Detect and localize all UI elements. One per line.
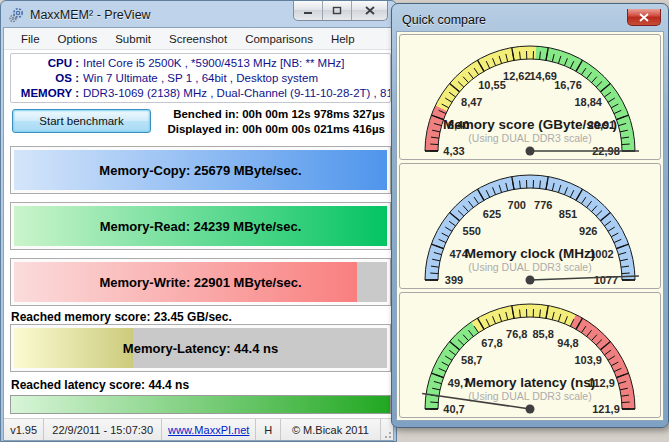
minimize-button[interactable] [294, 1, 323, 20]
bench-times: Benched in: 00h 00m 12s 978ms 327µs Disp… [145, 107, 385, 137]
svg-text:Memory latency (ns): Memory latency (ns) [465, 375, 596, 390]
reached-latency-score: Reached latency score: 44.4 ns [11, 378, 189, 392]
svg-text:(Using DUAL DDR3 scale): (Using DUAL DDR3 scale) [468, 132, 591, 144]
svg-text:550: 550 [463, 225, 481, 237]
os-value: Win 7 Ultimate , SP 1 , 64bit , Desktop … [83, 71, 318, 86]
quick-compare-title: Quick compare [402, 13, 486, 27]
svg-text:625: 625 [483, 208, 501, 220]
memory-info-row: MEMORY : DDR3-1069 (2138) MHz , Dual-Cha… [11, 86, 390, 101]
svg-text:399: 399 [445, 274, 463, 286]
svg-text:12,62: 12,62 [503, 70, 531, 82]
window-title: MaxxMEM² - PreView [30, 8, 151, 22]
memory-value: DDR3-1069 (2138) MHz , Dual-Channel (9-1… [83, 86, 391, 101]
memory-latency-bar: Memory-Latency: 44.4 ns [10, 324, 391, 372]
system-info-panel: CPU : Intel Core i5 2500K , *5900/4513 M… [10, 53, 391, 103]
menu-comparisons[interactable]: Comparisons [236, 30, 322, 48]
titlebar[interactable]: MaxxMEM² - PreView [3, 3, 394, 27]
os-info-row: OS : Win 7 Ultimate , SP 1 , 64bit , Des… [11, 71, 390, 86]
caption-buttons [293, 1, 388, 21]
cpu-value: Intel Core i5 2500K , *5900/4513 MHz [NB… [83, 56, 344, 71]
memory-clock-gauge: 39947455062570077685192610021077Memory c… [399, 163, 661, 289]
svg-text:700: 700 [508, 199, 526, 211]
maxxmem-window: MaxxMEM² - PreView File Options Submit S… [0, 0, 397, 442]
svg-text:103,9: 103,9 [574, 354, 602, 366]
maximize-icon [332, 6, 342, 15]
svg-text:58,7: 58,7 [461, 354, 482, 366]
svg-text:1077: 1077 [594, 274, 618, 286]
desktop: MaxxMEM² - PreView File Options Submit S… [0, 0, 669, 442]
menu-help[interactable]: Help [322, 30, 364, 48]
svg-text:85,8: 85,8 [532, 328, 553, 340]
displayed-in-text: Displayed in: 00h 00m 00s 021ms 416µs [145, 122, 385, 137]
memory-read-label: Memory-Read: 24239 MByte/sec. [14, 206, 387, 246]
h-flag: H [256, 419, 280, 440]
close-icon [365, 6, 375, 15]
svg-text:Memory clock (MHz): Memory clock (MHz) [465, 246, 596, 261]
svg-text:14,69: 14,69 [529, 70, 557, 82]
close-button[interactable] [352, 1, 387, 20]
quick-compare-titlebar[interactable]: Quick compare [396, 8, 664, 31]
start-benchmark-button[interactable]: Start benchmark [12, 109, 151, 133]
memory-latency-gauge: 40,749,758,767,876,885,894,8103,9112,912… [399, 292, 661, 418]
maximize-button[interactable] [323, 1, 352, 20]
os-label: OS : [11, 71, 79, 86]
memory-read-bar: Memory-Read: 24239 MByte/sec. [10, 202, 391, 250]
memory-clock-gauge-dial: 39947455062570077685192610021077Memory c… [400, 164, 660, 288]
benchmark-progress-fill [11, 396, 390, 413]
memory-write-bar: Memory-Write: 22901 MByte/sec. [10, 258, 391, 306]
memory-copy-bar: Memory-Copy: 25679 MByte/sec. [10, 146, 391, 194]
memory-score-gauge: 4,336,408,4710,5512,6214,6916,7618,8420,… [399, 34, 661, 160]
svg-text:76,8: 76,8 [506, 328, 527, 340]
menu-options[interactable]: Options [49, 30, 107, 48]
window-body: File Options Submit Screenshot Compariso… [3, 27, 394, 441]
menu-screenshot[interactable]: Screenshot [160, 30, 236, 48]
svg-text:8,47: 8,47 [461, 96, 482, 108]
svg-text:121,9: 121,9 [592, 403, 620, 415]
svg-text:(Using DUAL DDR3 scale): (Using DUAL DDR3 scale) [468, 390, 591, 402]
quick-compare-window: Quick compare 4,336,408,4710,5512,6214,6… [391, 3, 669, 428]
svg-text:18,84: 18,84 [574, 96, 602, 108]
memory-score-gauge-dial: 4,336,408,4710,5512,6214,6916,7618,8420,… [400, 35, 660, 159]
version-text: v1.95 [4, 419, 44, 440]
cpu-info-row: CPU : Intel Core i5 2500K , *5900/4513 M… [11, 56, 390, 71]
benchmark-progress-bar [10, 395, 391, 414]
copyright-text: © M.Bicak 2011 [281, 419, 381, 440]
menubar: File Options Submit Screenshot Compariso… [4, 28, 393, 50]
maxxpi-link[interactable]: www.MaxxPI.net [168, 424, 249, 436]
svg-text:94,8: 94,8 [557, 337, 578, 349]
quick-compare-client: 4,336,408,4710,5512,6214,6916,7618,8420,… [396, 31, 664, 421]
svg-text:4,33: 4,33 [443, 145, 464, 157]
quick-compare-close-button[interactable] [627, 9, 661, 26]
datetime-text: 22/9/2011 - 15:07:30 [44, 419, 162, 440]
svg-text:851: 851 [559, 208, 577, 220]
cpu-label: CPU : [11, 56, 79, 71]
close-icon [639, 13, 649, 22]
memory-label: MEMORY : [11, 86, 79, 101]
statusbar: v1.95 22/9/2011 - 15:07:30 www.MaxxPI.ne… [4, 418, 393, 440]
svg-text:10,55: 10,55 [478, 79, 506, 91]
menu-file[interactable]: File [12, 30, 49, 48]
reached-memory-score: Reached memory score: 23.45 GB/sec. [11, 310, 232, 324]
minimize-icon [303, 6, 313, 15]
svg-text:776: 776 [534, 199, 552, 211]
gear-icon [9, 7, 25, 23]
memory-copy-label: Memory-Copy: 25679 MByte/sec. [14, 150, 387, 190]
svg-text:16,76: 16,76 [554, 79, 582, 91]
svg-text:Memory score (GByte/sec.): Memory score (GByte/sec.) [443, 117, 617, 132]
benched-in-text: Benched in: 00h 00m 12s 978ms 327µs [145, 107, 385, 122]
svg-text:40,7: 40,7 [443, 403, 464, 415]
svg-text:(Using DUAL DDR3 scale): (Using DUAL DDR3 scale) [468, 261, 591, 273]
memory-latency-gauge-dial: 40,749,758,767,876,885,894,8103,9112,912… [400, 293, 660, 417]
svg-text:67,8: 67,8 [481, 337, 502, 349]
memory-latency-label: Memory-Latency: 44.4 ns [14, 328, 387, 368]
svg-text:926: 926 [579, 225, 597, 237]
menu-submit[interactable]: Submit [106, 30, 160, 48]
memory-write-label: Memory-Write: 22901 MByte/sec. [14, 262, 387, 302]
